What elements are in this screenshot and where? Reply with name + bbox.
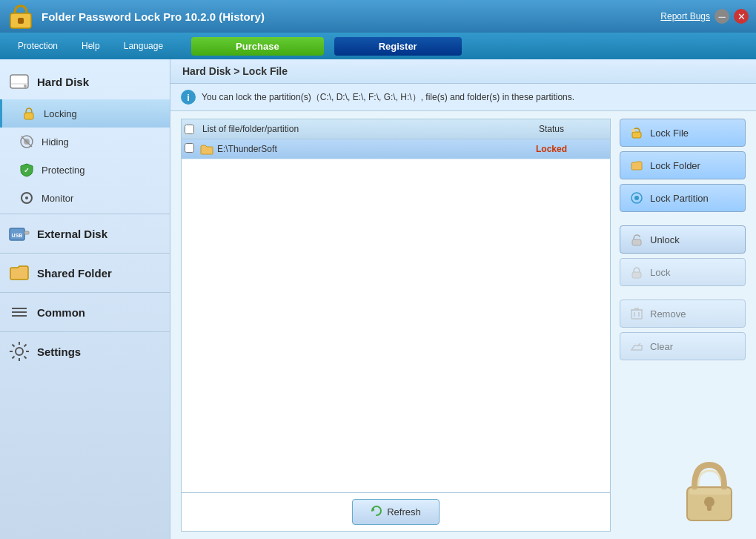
lock-folder-label: Lock Folder [650, 160, 700, 171]
menu-bar: Protection Help Language Purchase Regist… [0, 33, 756, 59]
divider-1 [0, 214, 170, 214]
table-footer: Refresh [182, 492, 610, 531]
row-checkbox[interactable] [185, 143, 194, 153]
file-table: List of file/folder/partition Status E:\… [181, 119, 611, 532]
sidebar-section-common[interactable]: Common [0, 294, 170, 330]
table-empty-area [182, 159, 610, 492]
monitor-icon [18, 189, 36, 207]
sidebar-item-locking[interactable]: Locking [0, 99, 170, 128]
divider-3 [0, 292, 170, 293]
svg-point-23 [634, 196, 639, 200]
svg-rect-34 [707, 502, 712, 511]
refresh-label: Refresh [387, 506, 421, 517]
remove-button[interactable]: Remove [620, 300, 746, 328]
refresh-icon [371, 505, 382, 519]
menu-help[interactable]: Help [71, 38, 110, 54]
refresh-button[interactable]: Refresh [352, 499, 440, 525]
common-icon [7, 300, 31, 324]
locking-icon [20, 105, 38, 122]
lock-file-label: Lock File [650, 128, 689, 139]
lock-folder-button[interactable]: Lock Folder [620, 151, 746, 179]
sidebar-item-hiding[interactable]: Hiding [0, 128, 170, 156]
lock-label: Lock [650, 267, 670, 278]
hiding-icon [18, 133, 36, 151]
clear-icon [629, 339, 644, 354]
register-button[interactable]: Register [334, 37, 462, 56]
hard-disk-icon [7, 70, 31, 93]
sidebar-shared-folder-label: Shared Folder [37, 267, 112, 280]
side-buttons: Lock File Lock Folder [620, 119, 746, 532]
svg-rect-35 [689, 489, 731, 495]
title-bar: Folder Password Lock Pro 10.2.0 (History… [0, 0, 756, 33]
spacer [620, 216, 746, 221]
menu-language[interactable]: Language [113, 38, 173, 54]
info-text: You can lock the partition(s)（C:\, D:\, … [202, 91, 574, 104]
spacer2 [620, 291, 746, 295]
lock-partition-icon [629, 191, 644, 205]
table-header-name: List of file/folder/partition [199, 122, 536, 136]
info-icon: i [181, 90, 196, 105]
menu-protection[interactable]: Protection [7, 38, 68, 54]
sidebar-section-shared-folder[interactable]: Shared Folder [0, 255, 170, 291]
lock-button[interactable]: Lock [620, 258, 746, 286]
svg-rect-5 [24, 113, 33, 119]
sidebar-settings-label: Settings [37, 345, 81, 358]
svg-line-8 [21, 136, 32, 147]
svg-text:✓: ✓ [24, 167, 30, 174]
app-logo [7, 3, 34, 30]
svg-rect-21 [631, 129, 635, 132]
lock-file-icon [629, 125, 644, 140]
svg-point-18 [16, 348, 23, 355]
lock-partition-label: Lock Partition [650, 193, 709, 204]
svg-point-3 [24, 85, 27, 87]
svg-rect-13 [24, 231, 29, 234]
unlock-label: Unlock [650, 234, 680, 245]
row-status: Locked [536, 144, 610, 154]
svg-rect-24 [632, 239, 641, 245]
sidebar-item-protecting[interactable]: ✓ Protecting [0, 156, 170, 184]
sidebar-section-settings[interactable]: Settings [0, 334, 170, 369]
select-all-checkbox[interactable] [185, 125, 194, 134]
clear-label: Clear [650, 341, 673, 352]
divider-4 [0, 331, 170, 332]
sidebar-common-label: Common [37, 306, 85, 319]
table-row[interactable]: E:\ThunderSoft Locked [182, 139, 610, 159]
sidebar-item-monitor[interactable]: Monitor [0, 184, 170, 212]
content-area: Hard Disk > Lock File i You can lock the… [170, 59, 756, 539]
sidebar-monitor-label: Monitor [42, 193, 73, 204]
lock-folder-icon [629, 158, 644, 173]
table-header: List of file/folder/partition Status [182, 119, 610, 139]
lock-illustration [620, 450, 746, 532]
info-bar: i You can lock the partition(s)（C:\, D:\… [170, 84, 756, 111]
main-panel: List of file/folder/partition Status E:\… [170, 111, 756, 539]
sidebar-hiding-label: Hiding [42, 136, 69, 148]
remove-label: Remove [650, 308, 686, 320]
shared-folder-icon [7, 261, 31, 285]
row-name: E:\ThunderSoft [217, 144, 536, 154]
svg-rect-20 [632, 132, 641, 138]
svg-text:USB: USB [12, 233, 23, 238]
svg-point-11 [25, 196, 28, 199]
unlock-button[interactable]: Unlock [620, 225, 746, 254]
sidebar-section-hard-disk[interactable]: Hard Disk [0, 64, 170, 99]
close-button[interactable]: ✕ [734, 9, 749, 24]
divider-2 [0, 253, 170, 254]
table-header-check [182, 122, 199, 136]
clear-button[interactable]: Clear [620, 332, 746, 360]
sidebar-protecting-label: Protecting [42, 165, 85, 176]
report-bugs-button[interactable]: Report Bugs [660, 11, 710, 22]
breadcrumb: Hard Disk > Lock File [170, 59, 756, 84]
sidebar-section-external-disk[interactable]: USB External Disk [0, 216, 170, 251]
lock-icon [629, 265, 644, 280]
purchase-button[interactable]: Purchase [191, 37, 324, 56]
minimize-button[interactable]: ─ [714, 9, 729, 24]
lock-file-button[interactable]: Lock File [620, 119, 746, 147]
main-area: Hard Disk Locking Hiding [0, 59, 756, 539]
sidebar-external-disk-label: External Disk [37, 228, 107, 240]
sidebar-locking-label: Locking [44, 108, 77, 119]
lock-partition-button[interactable]: Lock Partition [620, 184, 746, 212]
external-disk-icon: USB [7, 222, 31, 245]
settings-icon [7, 340, 31, 363]
row-checkbox-wrap [182, 143, 199, 155]
title-controls: Report Bugs ─ ✕ [660, 9, 749, 24]
